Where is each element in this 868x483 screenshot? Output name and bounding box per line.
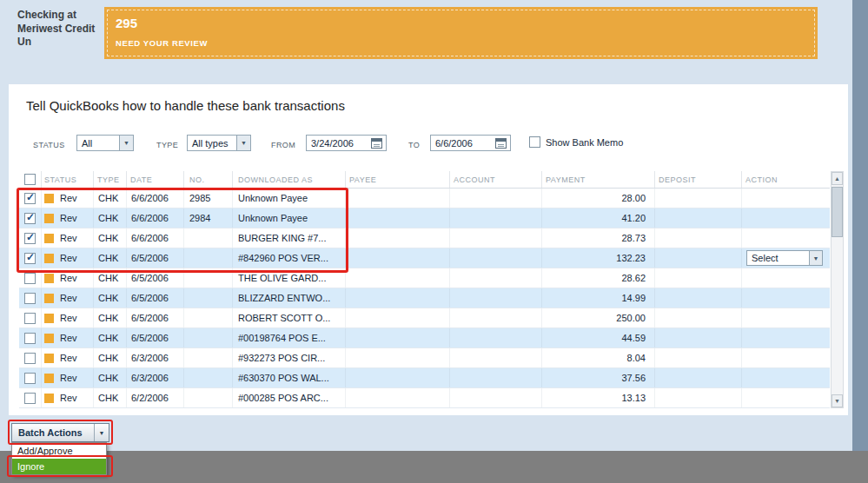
- row-checkbox[interactable]: [24, 333, 36, 344]
- row-checkbox[interactable]: [24, 293, 36, 304]
- table-row: RevCHK6/3/2006#630370 POS WAL...37.56: [19, 368, 830, 388]
- to-date-input[interactable]: 6/6/2006: [430, 135, 511, 151]
- header-cell-date: DATE: [127, 171, 184, 188]
- calendar-icon: [495, 138, 507, 149]
- status-text: Rev: [60, 333, 77, 343]
- cell-number: 2985: [184, 189, 233, 208]
- cell-payment: 28.00: [542, 189, 655, 208]
- check-icon: ✓: [26, 191, 35, 203]
- cell-action: [742, 208, 830, 228]
- batch-actions-menu: Add/Approve Ignore: [11, 442, 107, 475]
- cell-date: 6/3/2006: [127, 348, 184, 367]
- from-date-input[interactable]: 3/24/2006: [306, 135, 387, 151]
- cell-payment: 250.00: [542, 308, 655, 328]
- status-indicator: [44, 194, 54, 203]
- cell-number: [184, 368, 233, 387]
- cell-status: Rev: [42, 228, 94, 248]
- cell-checkbox: [19, 268, 42, 288]
- header-cell-payment: PAYMENT: [542, 171, 655, 188]
- cell-account: [450, 208, 542, 228]
- cell-deposit: [655, 308, 742, 328]
- cell-number: [184, 228, 233, 248]
- cell-checkbox: [19, 288, 42, 308]
- header-cell-payee: PAYEE: [346, 171, 450, 188]
- table-row: ✓RevCHK6/6/20062984Unknown Payee41.20: [19, 208, 830, 228]
- cell-deposit: [655, 228, 742, 248]
- scrollbar-up-button[interactable]: ▲: [832, 172, 843, 185]
- table-row: RevCHK6/2/2006#000285 POS ARC...13.13: [19, 388, 830, 408]
- cell-status: Rev: [42, 208, 94, 228]
- menu-item-ignore[interactable]: Ignore: [12, 459, 106, 474]
- row-checkbox[interactable]: [24, 273, 36, 284]
- cell-checkbox: ✓: [19, 208, 42, 228]
- cell-downloaded-as: #842960 POS VER...: [233, 248, 346, 268]
- cell-action: [742, 388, 830, 407]
- cell-payment: 28.73: [542, 228, 655, 248]
- table-row: RevCHK6/5/2006THE OLIVE GARD...28.62: [19, 268, 830, 288]
- cell-date: 6/3/2006: [127, 368, 184, 387]
- table-row: ✓RevCHK6/6/2006BURGER KING #7...28.73: [19, 228, 830, 248]
- header-cell-status: STATUS: [42, 171, 94, 188]
- type-filter-dropdown[interactable]: All types ▼: [187, 135, 251, 151]
- cell-payment: 13.13: [542, 388, 655, 407]
- cell-payee: [346, 368, 450, 387]
- cell-downloaded-as: #630370 POS WAL...: [233, 368, 346, 387]
- row-checkbox[interactable]: ✓: [24, 213, 36, 224]
- table-row: ✓RevCHK6/5/2006#842960 POS VER...132.23S…: [19, 248, 830, 268]
- calendar-icon: [371, 138, 382, 149]
- cell-date: 6/5/2006: [127, 248, 184, 268]
- cell-number: 2984: [184, 208, 233, 228]
- status-filter-dropdown[interactable]: All ▼: [76, 135, 134, 151]
- row-checkbox[interactable]: ✓: [24, 253, 36, 264]
- row-checkbox[interactable]: [24, 353, 36, 364]
- header-cell-no: NO.: [184, 171, 233, 188]
- check-icon: ✓: [26, 211, 35, 223]
- cell-payment: 132.23: [542, 248, 655, 268]
- type-filter-value: All types: [188, 138, 236, 149]
- account-name: Checking at Meriwest Credit Un: [17, 9, 106, 50]
- show-bank-memo-checkbox[interactable]: [529, 136, 540, 148]
- cell-date: 6/5/2006: [127, 308, 184, 328]
- cell-action: [742, 268, 830, 288]
- row-checkbox[interactable]: ✓: [24, 193, 36, 204]
- status-text: Rev: [60, 313, 77, 323]
- cell-status: Rev: [42, 248, 94, 268]
- cell-date: 6/6/2006: [127, 189, 184, 208]
- table-header: STATUSTYPEDATENO.DOWNLOADED ASPAYEEACCOU…: [19, 171, 830, 189]
- cell-downloaded-as: BURGER KING #7...: [233, 228, 346, 248]
- scrollbar-down-button[interactable]: ▼: [832, 394, 843, 407]
- table-scrollbar[interactable]: ▲ ▼: [831, 171, 844, 408]
- row-checkbox[interactable]: [24, 373, 36, 384]
- need-review-banner[interactable]: 295 NEED YOUR REVIEW: [104, 7, 818, 59]
- from-date-label: FROM: [271, 141, 295, 149]
- cell-status: Rev: [42, 268, 94, 288]
- cell-checkbox: ✓: [19, 189, 42, 208]
- menu-item-add-approve[interactable]: Add/Approve: [12, 443, 106, 459]
- arrow-down-icon: ▼: [834, 398, 840, 404]
- action-select[interactable]: Select▼: [746, 250, 823, 266]
- select-all-checkbox[interactable]: [24, 174, 36, 185]
- cell-action: [742, 328, 830, 347]
- status-text: Rev: [60, 193, 77, 203]
- scrollbar-thumb[interactable]: [832, 187, 843, 237]
- cell-payment: 37.56: [542, 368, 655, 387]
- cell-deposit: [655, 368, 742, 387]
- row-checkbox[interactable]: [24, 313, 36, 324]
- row-checkbox[interactable]: ✓: [24, 233, 36, 244]
- from-date-value: 3/24/2006: [307, 138, 371, 149]
- cell-type: CHK: [94, 268, 127, 288]
- cell-deposit: [655, 248, 742, 268]
- cell-checkbox: [19, 368, 42, 387]
- cell-action: [742, 348, 830, 367]
- cell-number: [184, 388, 233, 407]
- cell-status: Rev: [42, 368, 94, 387]
- row-checkbox[interactable]: [24, 393, 36, 404]
- cell-deposit: [655, 388, 742, 407]
- cell-status: Rev: [42, 328, 94, 347]
- cell-downloaded-as: #00198764 POS E...: [233, 328, 346, 347]
- cell-date: 6/5/2006: [127, 268, 184, 288]
- cell-checkbox: [19, 308, 42, 328]
- status-indicator: [44, 214, 54, 223]
- cell-deposit: [655, 189, 742, 208]
- batch-actions-button[interactable]: Batch Actions ▼: [11, 423, 109, 442]
